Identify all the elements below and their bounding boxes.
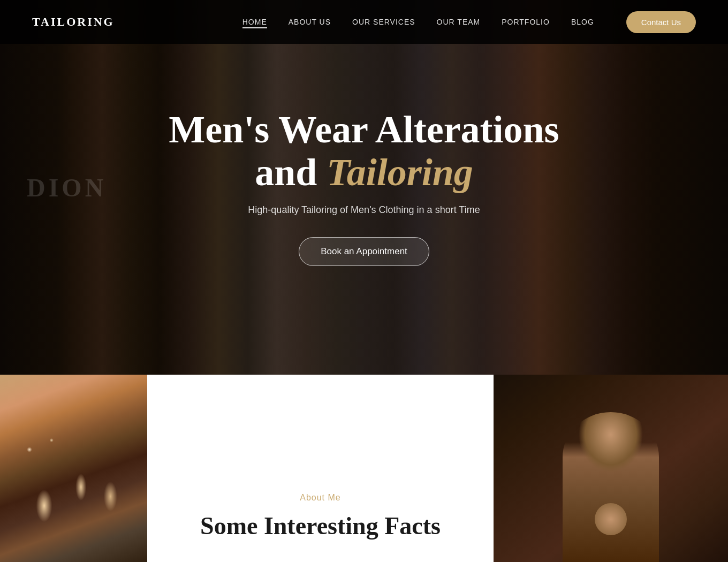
nav-link-about[interactable]: ABOUT US	[289, 18, 331, 26]
hero-title: Men's Wear Alterations and Tailoring	[169, 109, 559, 193]
nav-item-team[interactable]: OUR TEAM	[437, 17, 481, 27]
portrait-image-panel	[494, 375, 728, 562]
about-me-title: Some Interesting Facts	[200, 511, 441, 541]
nav-link-team[interactable]: OUR TEAM	[437, 18, 481, 26]
bottom-section: About Me Some Interesting Facts	[0, 375, 728, 562]
nav-item-about[interactable]: ABOUT US	[289, 17, 331, 27]
nav-link-portfolio[interactable]: PORTFOLIO	[502, 18, 550, 26]
hero-section: DION Men's Wear Alterations and Tailorin…	[0, 0, 728, 375]
nav-link-blog[interactable]: BLOG	[571, 18, 594, 26]
hero-title-line1: Men's Wear Alterations	[169, 108, 559, 151]
hero-subtitle: High-quality Tailoring of Men's Clothing…	[169, 204, 559, 216]
brand-logo[interactable]: TAILORING	[32, 15, 115, 29]
hero-title-line2-plain: and	[255, 151, 327, 194]
contact-us-button[interactable]: Contact Us	[626, 11, 696, 33]
nav-item-blog[interactable]: BLOG	[571, 17, 594, 27]
nav-item-services[interactable]: OUR SERVICES	[352, 17, 415, 27]
hero-title-accent: Tailoring	[327, 151, 473, 194]
sewing-image-panel	[0, 375, 147, 562]
about-me-label: About Me	[300, 493, 340, 503]
navbar: TAILORING HOME ABOUT US OUR SERVICES OUR…	[0, 0, 728, 44]
about-content-panel: About Me Some Interesting Facts	[147, 375, 494, 562]
hero-watermark: DION	[27, 173, 107, 202]
nav-link-home[interactable]: HOME	[242, 18, 267, 28]
book-appointment-button[interactable]: Book an Appointment	[299, 237, 429, 266]
hero-content: Men's Wear Alterations and Tailoring Hig…	[169, 109, 559, 265]
nav-item-portfolio[interactable]: PORTFOLIO	[502, 17, 550, 27]
nav-item-home[interactable]: HOME	[242, 17, 267, 27]
nav-link-services[interactable]: OUR SERVICES	[352, 18, 415, 26]
nav-links: HOME ABOUT US OUR SERVICES OUR TEAM PORT…	[242, 17, 594, 27]
